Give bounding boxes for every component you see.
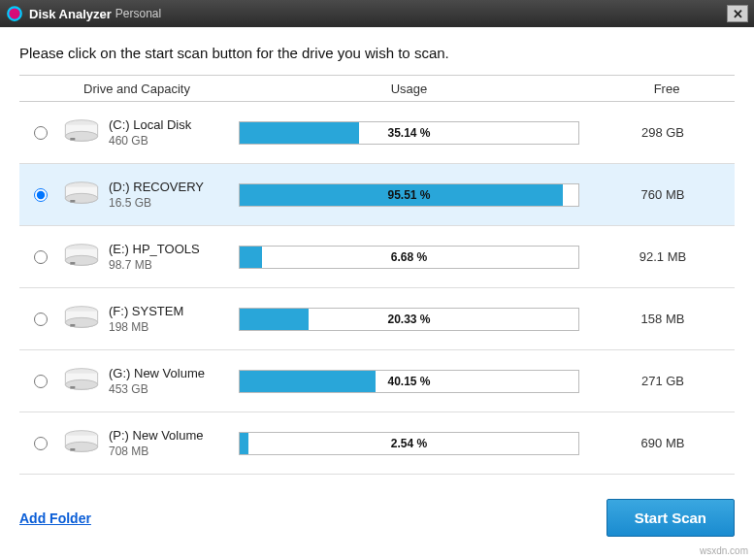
drive-free: 92.1 MB xyxy=(595,249,731,264)
svg-rect-7 xyxy=(70,200,75,203)
drive-free: 271 GB xyxy=(595,374,731,388)
usage-percent: 40.15 % xyxy=(240,371,578,392)
col-header-drive: Drive and Capacity xyxy=(54,82,219,96)
disk-icon xyxy=(62,304,101,335)
close-button[interactable]: ✕ xyxy=(727,5,748,22)
usage-progress: 40.15 % xyxy=(239,370,579,393)
drive-free: 158 MB xyxy=(595,312,731,326)
drive-name: (E:) HP_TOOLS xyxy=(109,242,223,256)
drive-name: (G:) New Volume xyxy=(109,366,223,380)
app-logo-icon xyxy=(6,5,23,22)
drive-name: (P:) New Volume xyxy=(109,428,223,443)
col-header-usage: Usage xyxy=(219,82,599,96)
usage-percent: 95.51 % xyxy=(240,184,578,206)
disk-icon xyxy=(62,428,101,459)
disk-icon xyxy=(62,366,101,397)
usage-progress: 2.54 % xyxy=(239,432,579,455)
app-suffix: Personal xyxy=(115,7,161,20)
usage-progress: 95.51 % xyxy=(239,183,579,207)
usage-percent: 6.68 % xyxy=(240,247,578,268)
drive-capacity: 16.5 GB xyxy=(109,196,223,210)
drive-capacity: 460 GB xyxy=(109,134,223,148)
drive-radio[interactable] xyxy=(34,188,48,202)
drive-free: 690 MB xyxy=(595,436,731,450)
drive-name: (D:) RECOVERY xyxy=(109,180,223,194)
drive-row[interactable]: (E:) HP_TOOLS 98.7 MB 6.68 % 92.1 MB xyxy=(19,226,735,288)
drive-capacity: 708 MB xyxy=(109,445,223,458)
usage-progress: 20.33 % xyxy=(239,308,579,331)
disk-icon xyxy=(62,242,101,273)
usage-progress: 6.68 % xyxy=(239,246,579,269)
drive-capacity: 198 MB xyxy=(109,320,223,334)
drive-radio[interactable] xyxy=(34,126,48,140)
drive-row[interactable]: (D:) RECOVERY 16.5 GB 95.51 % 760 MB xyxy=(19,164,735,226)
svg-rect-10 xyxy=(70,262,75,265)
disk-icon xyxy=(62,180,101,211)
drive-row[interactable]: (P:) New Volume 708 MB 2.54 % 690 MB xyxy=(19,412,735,475)
drive-row[interactable]: (G:) New Volume 453 GB 40.15 % 271 GB xyxy=(19,350,735,412)
instruction-text: Please click on the start scan button fo… xyxy=(19,45,735,61)
drive-radio[interactable] xyxy=(34,437,48,450)
col-header-free: Free xyxy=(599,82,735,96)
svg-rect-4 xyxy=(70,138,75,141)
add-folder-link[interactable]: Add Folder xyxy=(19,511,91,526)
table-header: Drive and Capacity Usage Free xyxy=(19,75,735,102)
drive-name: (F:) SYSTEM xyxy=(109,304,223,318)
drive-name: (C:) Local Disk xyxy=(109,117,223,132)
drive-radio[interactable] xyxy=(34,375,48,388)
drive-capacity: 98.7 MB xyxy=(109,258,223,272)
app-name: Disk Analyzer xyxy=(29,7,112,21)
svg-rect-13 xyxy=(70,324,75,327)
disk-icon xyxy=(62,117,101,148)
drive-capacity: 453 GB xyxy=(109,382,223,396)
drive-radio[interactable] xyxy=(34,313,48,326)
usage-progress: 35.14 % xyxy=(239,121,579,145)
close-icon: ✕ xyxy=(733,7,743,21)
svg-rect-19 xyxy=(70,448,75,451)
usage-percent: 35.14 % xyxy=(240,122,578,144)
drive-free: 760 MB xyxy=(595,187,731,202)
usage-percent: 2.54 % xyxy=(240,433,578,454)
drive-radio[interactable] xyxy=(34,250,48,264)
drive-list: (C:) Local Disk 460 GB 35.14 % 298 GB (D… xyxy=(19,102,735,475)
drive-row[interactable]: (F:) SYSTEM 198 MB 20.33 % 158 MB xyxy=(19,288,735,350)
svg-rect-16 xyxy=(70,386,75,389)
drive-free: 298 GB xyxy=(595,125,731,140)
drive-row[interactable]: (C:) Local Disk 460 GB 35.14 % 298 GB xyxy=(19,102,735,164)
watermark: wsxdn.com xyxy=(700,545,748,556)
usage-percent: 20.33 % xyxy=(240,309,578,330)
start-scan-button[interactable]: Start Scan xyxy=(606,499,735,537)
titlebar: Disk Analyzer Personal ✕ xyxy=(0,0,754,27)
